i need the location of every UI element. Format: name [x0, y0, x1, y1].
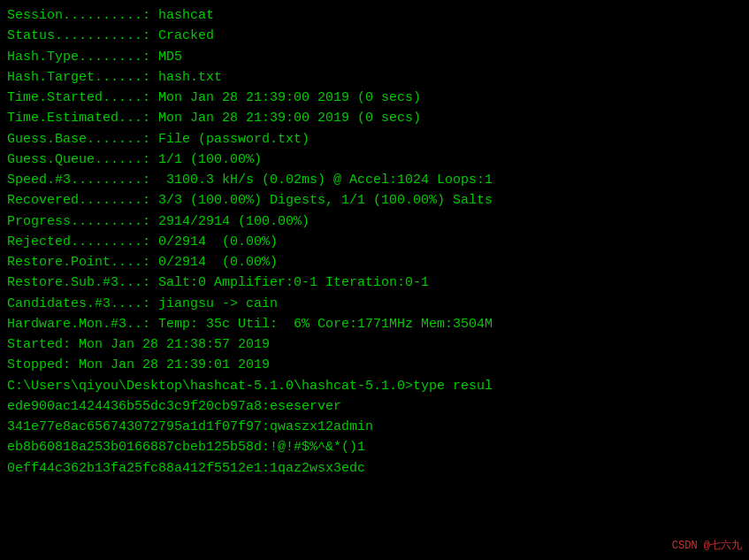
watermark: CSDN @七六九 — [672, 538, 742, 553]
terminal-line: Hardware.Mon.#3..: Temp: 35c Util: 6% Co… — [7, 314, 742, 334]
terminal-line: 341e77e8ac656743072795a1d1f07f97:qwaszx1… — [7, 417, 742, 437]
terminal-line: Progress.........: 2914/2914 (100.00%) — [7, 211, 742, 232]
terminal-line: Speed.#3.........: 3100.3 kH/s (0.02ms) … — [7, 170, 742, 190]
terminal-window: Session..........: hashcatStatus........… — [0, 0, 749, 560]
terminal-line: Started: Mon Jan 28 21:38:57 2019 — [7, 334, 742, 355]
terminal-line: C:\Users\qiyou\Desktop\hashcat-5.1.0\has… — [7, 376, 742, 396]
terminal-line: ede900ac1424436b55dc3c9f20cb97a8:eseserv… — [7, 396, 742, 417]
terminal-line: Time.Started.....: Mon Jan 28 21:39:00 2… — [7, 88, 742, 108]
terminal-line: eb8b60818a253b0166887cbeb125b58d:!@!#$%^… — [7, 437, 742, 457]
terminal-line: Hash.Target......: hash.txt — [7, 67, 742, 88]
terminal-line: Restore.Sub.#3...: Salt:0 Amplifier:0-1 … — [7, 272, 742, 293]
terminal-line: Session..........: hashcat — [7, 5, 742, 26]
terminal-line: Time.Estimated...: Mon Jan 28 21:39:00 2… — [7, 108, 742, 128]
terminal-output: Session..........: hashcatStatus........… — [7, 5, 742, 479]
terminal-line: Recovered........: 3/3 (100.00%) Digests… — [7, 190, 742, 211]
terminal-line: Status...........: Cracked — [7, 26, 742, 46]
terminal-line: 0eff44c362b13fa25fc88a412f5512e1:1qaz2ws… — [7, 458, 742, 479]
terminal-line: Guess.Base.......: File (password.txt) — [7, 129, 742, 150]
terminal-line: Rejected.........: 0/2914 (0.00%) — [7, 232, 742, 252]
terminal-line: Candidates.#3....: jiangsu -> cain — [7, 294, 742, 314]
terminal-line: Hash.Type........: MD5 — [7, 47, 742, 67]
terminal-line: Guess.Queue......: 1/1 (100.00%) — [7, 150, 742, 170]
terminal-line: Restore.Point....: 0/2914 (0.00%) — [7, 252, 742, 272]
terminal-line: Stopped: Mon Jan 28 21:39:01 2019 — [7, 355, 742, 375]
